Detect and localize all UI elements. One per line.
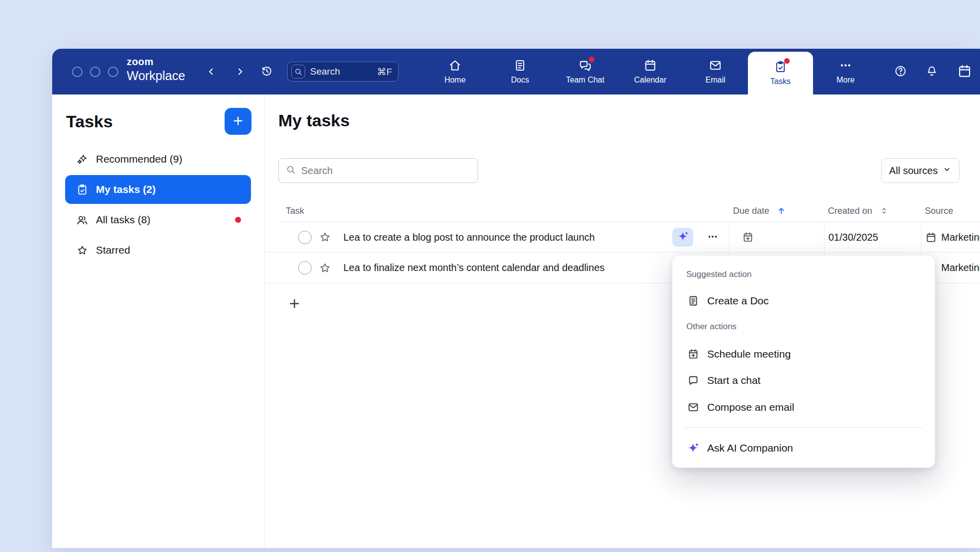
email-icon [687,401,699,413]
clipboard-check-icon [76,184,88,196]
ellipsis-icon [707,231,719,244]
table-header: Task Due date Created on Source [278,200,980,222]
nav-label: Team Chat [566,76,604,85]
team-chat-icon [578,59,592,72]
primary-navigation: Home Docs Team Chat Calendar Email [422,49,878,94]
nav-item-email[interactable]: Email [683,49,748,94]
nav-item-more[interactable]: More [813,49,878,94]
menu-item-label: Start a chat [707,374,760,386]
column-header-created-on[interactable]: Created on [824,206,921,216]
sidebar-item-label: Recommended (9) [96,153,182,165]
source-filter-label: All sources [889,165,938,177]
search-icon [286,165,296,177]
menu-item-schedule-meeting[interactable]: Schedule meeting [677,341,930,367]
bell-icon [925,65,938,79]
window-minimize-button[interactable] [90,67,100,77]
help-button[interactable] [891,62,910,82]
email-icon [709,59,722,72]
calendar-icon [957,64,972,80]
row-more-button[interactable] [706,231,719,244]
page-title: My tasks [278,111,350,130]
calendar-add-icon [742,231,754,243]
popup-section-label: Other actions [686,322,736,332]
due-date-cell[interactable] [729,222,824,252]
window-controls[interactable] [72,67,118,77]
sidebar-item-label: My tasks (2) [96,184,156,195]
calendar-icon [925,232,937,243]
sidebar-item-my-tasks[interactable]: My tasks (2) [65,175,251,204]
nav-item-calendar[interactable]: Calendar [618,49,683,94]
sort-ascending-icon[interactable] [776,206,786,216]
calendar-add-icon [687,348,699,360]
forward-button[interactable] [230,62,250,82]
popup-section-label: Suggested action [686,270,751,279]
nav-item-home[interactable]: Home [422,49,488,94]
chevron-down-icon [942,165,952,177]
menu-item-compose-email[interactable]: Compose an email [677,394,930,420]
sidebar-item-starred[interactable]: Starred [65,236,251,265]
notifications-button[interactable] [922,62,942,82]
sidebar-menu: Recommended (9) My tasks (2) All tasks (… [65,145,251,266]
notification-dot [235,217,241,223]
logo-workplace-text: Workplace [127,68,185,83]
task-search-field[interactable] [278,158,478,183]
sidebar-header: Tasks [66,108,251,135]
complete-task-checkbox[interactable] [298,261,312,275]
logo-zoom-text: zoom [127,57,185,67]
global-search[interactable]: Search ⌘F [287,62,399,82]
desktop-background: zoom Workplace Search ⌘F [0,0,980,552]
column-header-due-date[interactable]: Due date [729,206,824,216]
star-icon[interactable] [319,231,331,244]
nav-label: Email [705,76,725,85]
source-filter-dropdown[interactable]: All sources [881,158,960,183]
history-icon [260,65,273,79]
created-on-cell: 01/30/2025 [824,222,921,252]
sort-both-icon[interactable] [879,206,889,216]
popup-divider [684,427,923,428]
new-task-button[interactable] [225,108,251,135]
window-close-button[interactable] [72,67,82,77]
star-icon[interactable] [319,262,331,275]
nav-label: More [836,76,854,85]
history-button[interactable] [257,62,277,82]
menu-item-label: Ask AI Companion [707,442,793,454]
ai-actions-popup: Suggested action Create a Doc Other acti… [672,255,935,468]
column-header-source: Source [921,206,980,216]
back-button[interactable] [201,62,221,82]
search-shortcut: ⌘F [377,66,392,78]
search-icon [291,65,305,79]
task-search-input[interactable] [301,165,471,177]
sidebar-item-all-tasks[interactable]: All tasks (8) [65,205,251,234]
task-cell: Lea to create a blog post to announce th… [265,222,729,252]
sidebar-title: Tasks [66,112,113,131]
ai-sparkle-icon [687,442,699,454]
plus-icon [232,114,245,129]
task-title: Lea to finalize next month’s content cal… [343,262,605,274]
menu-item-label: Schedule meeting [707,348,791,360]
add-task-button[interactable] [284,294,304,314]
menu-item-start-chat[interactable]: Start a chat [677,368,930,393]
nav-item-tasks[interactable]: Tasks [748,52,813,94]
ai-companion-button[interactable] [672,228,693,247]
source-cell: Marketing [921,222,980,252]
nav-item-team-chat[interactable]: Team Chat [553,49,618,94]
global-search-placeholder: Search [310,66,340,77]
nav-label: Calendar [634,76,666,85]
menu-item-create-doc[interactable]: Create a Doc [677,288,930,314]
sidebar-item-recommended[interactable]: Recommended (9) [65,145,251,174]
app-logo: zoom Workplace [127,57,185,83]
mini-calendar-button[interactable] [955,62,975,82]
docs-icon [513,59,527,72]
sidebar-item-label: All tasks (8) [96,214,151,226]
sidebar-item-label: Starred [96,244,130,256]
calendar-icon [644,59,657,72]
help-icon [894,65,907,79]
table-row[interactable]: Lea to create a blog post to announce th… [265,222,980,253]
menu-item-label: Compose an email [707,401,794,413]
complete-task-checkbox[interactable] [298,231,312,244]
menu-item-ask-ai-companion[interactable]: Ask AI Companion [677,435,930,461]
window-zoom-button[interactable] [108,67,118,77]
nav-label: Home [444,76,466,85]
nav-item-docs[interactable]: Docs [488,49,553,94]
nav-label: Docs [511,76,529,85]
